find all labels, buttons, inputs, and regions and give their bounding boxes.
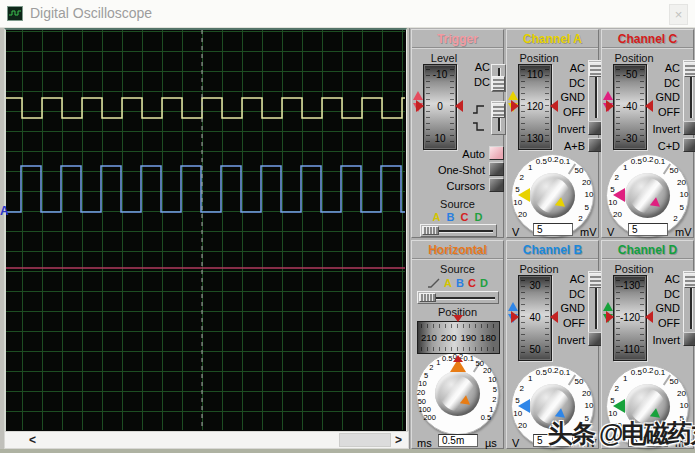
unit-volts: V (512, 226, 519, 238)
knob-scale-label: 10 (513, 408, 522, 417)
knob-scale-label: 0.1 (559, 368, 570, 377)
knob-ball[interactable] (530, 173, 575, 218)
cursors-button[interactable] (489, 178, 504, 192)
knob-scale-label: 20 (483, 366, 491, 375)
trigger-edge-switch[interactable] (491, 101, 506, 135)
source-label: Source (412, 263, 503, 275)
knob-scale-label: 10 (585, 190, 594, 199)
coupling-switch[interactable] (683, 60, 695, 122)
channel-a-title: Channel A (507, 30, 598, 48)
knob-scale-label: 0.5 (536, 368, 547, 377)
scroll-left-arrow-icon[interactable]: < (29, 433, 36, 448)
knob-scale-label: 2 (615, 384, 619, 393)
coupling-option: GND (632, 90, 680, 105)
knob-scale-label: 100 (418, 405, 431, 414)
invert-label: Invert (622, 334, 680, 346)
knob-scale-label: 2 (520, 384, 524, 393)
trigger-source-slider[interactable] (420, 224, 497, 237)
trigger-coupling-switch[interactable] (491, 64, 506, 92)
one-shot-label: One-Shot (412, 164, 485, 176)
dial-marker-left-icon (511, 311, 519, 323)
source-letter-b: B (447, 211, 455, 223)
dial-marker-left-icon (606, 311, 614, 323)
knob-scale-label: 2 (520, 173, 524, 182)
knob-scale-label: 10 (585, 401, 594, 410)
invert-button[interactable] (683, 332, 695, 346)
source-letter-b: B (456, 277, 464, 289)
knob-scale-label: 50 (574, 377, 583, 386)
coupling-option: DC (632, 287, 680, 302)
knob-scale-label: 2 (615, 173, 619, 182)
knob-scale-label: 2 (429, 363, 433, 372)
knob-scale-label: 2 (578, 214, 582, 223)
knob-scale-label: 10 (608, 197, 617, 206)
channel-b-title: Channel B (507, 241, 598, 259)
knob-scale-label: 10 (680, 190, 689, 199)
knob-scale-label: 20 (582, 177, 591, 186)
knob-ball[interactable] (435, 371, 480, 416)
coupling-labels: ACDCGNDOFF (632, 61, 680, 119)
knob-scale-label: 0.1 (559, 157, 570, 166)
source-letter-a: A (444, 277, 452, 289)
dial-value: 50 (529, 345, 540, 355)
one-shot-button[interactable] (489, 162, 504, 176)
knob-scale-label: 0.5 (481, 413, 491, 422)
coupling-option: OFF (537, 316, 585, 331)
knob-scale-label: 0.2 (547, 155, 558, 164)
coupling-switch[interactable] (683, 271, 695, 333)
knob-scale-label: 0.1 (654, 368, 665, 377)
auto-button[interactable] (489, 146, 504, 160)
knob-scale-label: 1 (623, 163, 627, 172)
scroll-right-arrow-icon[interactable]: > (395, 433, 402, 448)
horizontal-position-dial[interactable]: 210200190180 (417, 321, 500, 354)
knob-scale-label: 0.5 (631, 368, 642, 377)
knob-scale-label: 10 (513, 197, 522, 206)
knob-scale-label: 0.5 (631, 157, 642, 166)
sum-label: A+B (527, 140, 585, 152)
timebase-value[interactable]: 0.5m (438, 434, 478, 447)
knob-scale-label: 10 (488, 375, 496, 384)
close-button[interactable]: × (669, 4, 688, 25)
horizontal-scrollbar[interactable]: < > (4, 431, 409, 449)
sum-button[interactable] (683, 138, 695, 152)
knob-scale-label: 1 (528, 163, 532, 172)
coupling-option: AC (632, 61, 680, 76)
knob-scale-label: 5 (610, 396, 614, 405)
scrollbar-thumb[interactable] (339, 433, 391, 447)
coupling-option: OFF (632, 316, 680, 331)
knob-scale-label: 50 (669, 377, 678, 386)
knob-scale-label: 5 (515, 185, 519, 194)
coupling-option: AC (537, 61, 585, 76)
horizontal-source-slider[interactable] (417, 291, 499, 304)
knob-scale-label: 0.5 (536, 157, 547, 166)
coupling-option: AC (442, 60, 490, 75)
watermark-text: 头条 @电磁药丸 (548, 417, 695, 450)
knob-scale-label: 20 (613, 210, 622, 219)
title-bar: Digital Oscilloscope × (0, 0, 695, 28)
coupling-option: DC (537, 287, 585, 302)
knob-scale-label: 5 (585, 203, 589, 212)
falling-edge-icon (472, 121, 485, 132)
knob-scale-label: 20 (518, 210, 527, 219)
waveform-area (6, 30, 405, 430)
rising-edge-icon (472, 104, 485, 115)
knob-ball[interactable] (625, 173, 670, 218)
dial-marker-left-icon (416, 100, 424, 112)
knob-scale-label: 0.2 (642, 366, 653, 375)
auto-label: Auto (412, 148, 485, 160)
knob-scale-label: 50 (418, 396, 426, 405)
scale-value[interactable]: 5 (628, 223, 668, 236)
knob-scale-label: 0.2 (547, 366, 558, 375)
window-title: Digital Oscilloscope (30, 5, 152, 21)
dial-value: 200 (441, 332, 457, 343)
ramp-icon (427, 278, 440, 289)
dial-value: 0 (437, 102, 443, 112)
invert-button[interactable] (683, 121, 695, 135)
timebase-knob[interactable]: 2001005020105210.50.20.15020105210.5 (414, 352, 503, 436)
channel-d-title: Channel D (602, 241, 693, 259)
coupling-option: GND (537, 301, 585, 316)
app-icon (7, 6, 23, 21)
scale-value[interactable]: 5 (533, 223, 573, 236)
unit-milliseconds: ms (417, 437, 432, 449)
dial-marker-left-icon (511, 100, 519, 112)
